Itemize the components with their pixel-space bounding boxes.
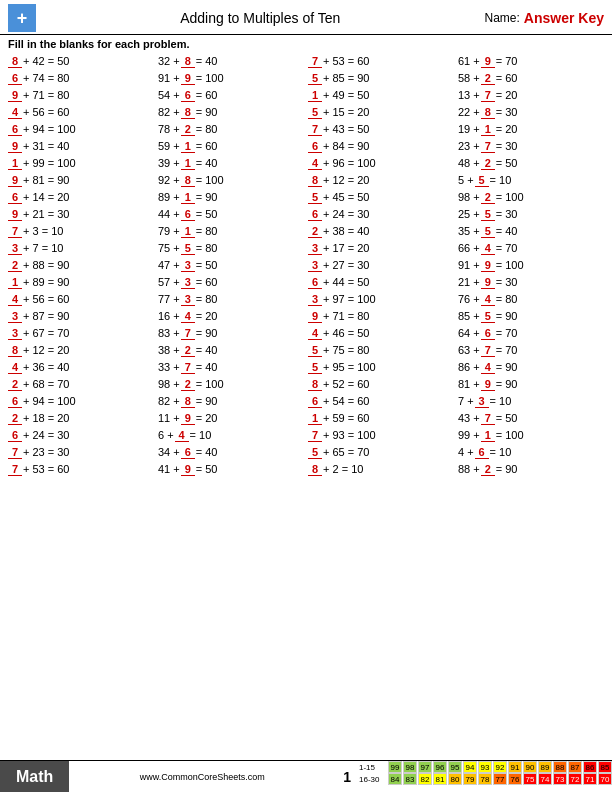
answer: 2	[481, 157, 495, 170]
answer: 9	[8, 208, 22, 221]
answer: 2	[481, 463, 495, 476]
problem-row: 89 + 1 = 90	[156, 189, 306, 206]
problem-row: 1 + 89 = 90	[6, 274, 156, 291]
answer: 6	[308, 395, 322, 408]
problem-row: 5 + 15 = 20	[306, 104, 456, 121]
answer: 1	[308, 412, 322, 425]
problem-row: 1 + 49 = 50	[306, 87, 456, 104]
answer: 7	[181, 361, 195, 374]
problem-row: 4 + 36 = 40	[6, 359, 156, 376]
problem-row: 66 + 4 = 70	[456, 240, 606, 257]
problem-row: 77 + 3 = 80	[156, 291, 306, 308]
answer: 4	[175, 429, 189, 442]
answer: 5	[308, 446, 322, 459]
answer: 7	[308, 123, 322, 136]
answer: 6	[181, 446, 195, 459]
problem-row: 3 + 27 = 30	[306, 257, 456, 274]
answer: 2	[8, 378, 22, 391]
score-cell: 88	[553, 761, 567, 773]
answer: 7	[481, 140, 495, 153]
answer: 2	[481, 191, 495, 204]
footer-middle: www.CommonCoreSheets.com	[69, 761, 335, 792]
score-cell: 79	[463, 773, 477, 785]
answer: 4	[8, 293, 22, 306]
problem-row: 21 + 9 = 30	[456, 274, 606, 291]
answer: 9	[8, 140, 22, 153]
problem-row: 6 + 94 = 100	[6, 121, 156, 138]
answer: 5	[481, 225, 495, 238]
answer: 4	[481, 242, 495, 255]
problem-row: 99 + 1 = 100	[456, 427, 606, 444]
answer: 7	[308, 429, 322, 442]
problem-row: 64 + 6 = 70	[456, 325, 606, 342]
answer: 3	[181, 259, 195, 272]
score-cell: 80	[448, 773, 462, 785]
problem-row: 33 + 7 = 40	[156, 359, 306, 376]
answer: 6	[8, 395, 22, 408]
answer: 3	[181, 276, 195, 289]
problem-row: 9 + 71 = 80	[6, 87, 156, 104]
problem-row: 6 + 94 = 100	[6, 393, 156, 410]
problem-row: 59 + 1 = 60	[156, 138, 306, 155]
score-cell: 76	[508, 773, 522, 785]
score-cell: 84	[388, 773, 402, 785]
problem-row: 85 + 5 = 90	[456, 308, 606, 325]
answer: 8	[181, 55, 195, 68]
problem-row: 19 + 1 = 20	[456, 121, 606, 138]
problem-row: 7 + 23 = 30	[6, 444, 156, 461]
problem-row: 5 + 45 = 50	[306, 189, 456, 206]
problem-row: 44 + 6 = 50	[156, 206, 306, 223]
score-row-2: 16-30848382818079787776757473727170	[359, 773, 612, 785]
problem-row: 6 + 24 = 30	[306, 206, 456, 223]
answer: 5	[308, 344, 322, 357]
score-cell: 77	[493, 773, 507, 785]
score-cell: 95	[448, 761, 462, 773]
problem-row: 8 + 42 = 50	[6, 53, 156, 70]
answer: 3	[308, 259, 322, 272]
answer: 6	[181, 208, 195, 221]
header-title: Adding to Multiples of Ten	[36, 10, 485, 26]
answer: 4	[8, 106, 22, 119]
answer: 3	[8, 310, 22, 323]
answer: 3	[8, 327, 22, 340]
answer: 4	[481, 293, 495, 306]
answer-key-label: Answer Key	[524, 10, 604, 26]
answer: 3	[308, 293, 322, 306]
answer: 8	[181, 395, 195, 408]
answer: 8	[181, 174, 195, 187]
score-range-label: 16-30	[359, 773, 387, 785]
answer: 8	[308, 174, 322, 187]
problem-row: 13 + 7 = 20	[456, 87, 606, 104]
problem-row: 92 + 8 = 100	[156, 172, 306, 189]
answer: 9	[181, 72, 195, 85]
problem-row: 3 + 67 = 70	[6, 325, 156, 342]
problem-row: 82 + 8 = 90	[156, 393, 306, 410]
answer: 6	[181, 89, 195, 102]
problem-row: 22 + 8 = 30	[456, 104, 606, 121]
header: + Adding to Multiples of Ten Name: Answe…	[0, 0, 612, 35]
answer: 5	[308, 191, 322, 204]
answer: 6	[8, 123, 22, 136]
score-cell: 74	[538, 773, 552, 785]
answer: 5	[308, 361, 322, 374]
answer: 4	[308, 327, 322, 340]
problem-row: 25 + 5 = 30	[456, 206, 606, 223]
problem-row: 3 + 97 = 100	[306, 291, 456, 308]
problem-row: 9 + 31 = 40	[6, 138, 156, 155]
problem-row: 8 + 12 = 20	[6, 342, 156, 359]
score-cell: 70	[598, 773, 612, 785]
answer: 6	[8, 191, 22, 204]
footer-math-label: Math	[0, 761, 69, 792]
problem-row: 82 + 8 = 90	[156, 104, 306, 121]
problem-row: 6 + 84 = 90	[306, 138, 456, 155]
answer: 2	[8, 259, 22, 272]
score-cell: 73	[553, 773, 567, 785]
answer: 2	[181, 344, 195, 357]
score-range-label: 1-15	[359, 761, 387, 773]
problem-row: 4 + 56 = 60	[6, 291, 156, 308]
problem-row: 3 + 7 = 10	[6, 240, 156, 257]
problem-row: 1 + 99 = 100	[6, 155, 156, 172]
problem-row: 54 + 6 = 60	[156, 87, 306, 104]
answer: 1	[181, 157, 195, 170]
problem-row: 5 + 75 = 80	[306, 342, 456, 359]
